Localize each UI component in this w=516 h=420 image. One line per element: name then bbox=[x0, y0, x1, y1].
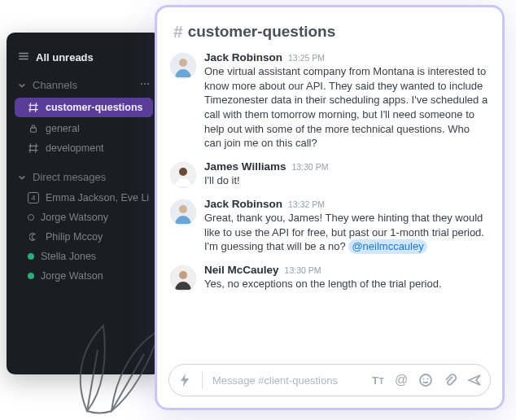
svg-rect-3 bbox=[31, 128, 37, 132]
svg-point-13 bbox=[423, 378, 425, 380]
dm-label: Philip Mccoy bbox=[46, 231, 103, 243]
sender-name: Jack Robinson bbox=[204, 51, 282, 63]
message: James Williams 13:30 PM I'll do it! bbox=[170, 160, 489, 188]
list-icon bbox=[18, 50, 29, 64]
sender-name: James Williams bbox=[204, 160, 286, 173]
emoji-icon[interactable] bbox=[418, 373, 433, 387]
shortcut-icon[interactable] bbox=[177, 373, 192, 387]
group-count-badge: 4 bbox=[28, 192, 39, 203]
chevron-down-icon bbox=[18, 173, 26, 182]
hash-icon bbox=[28, 142, 39, 154]
dm-label: Stella Jones bbox=[41, 251, 96, 262]
dm-item[interactable]: Jorge Watson bbox=[7, 266, 161, 286]
message-text: Yes, no exceptions on the length of the … bbox=[204, 277, 489, 291]
avatar bbox=[170, 162, 196, 188]
channel-item-general[interactable]: general bbox=[7, 119, 161, 138]
mention-icon[interactable]: @ bbox=[394, 373, 409, 387]
all-unreads-label: All unreads bbox=[36, 51, 94, 63]
send-icon[interactable] bbox=[467, 373, 482, 387]
avatar bbox=[170, 265, 196, 291]
all-unreads-link[interactable]: All unreads bbox=[7, 46, 161, 69]
presence-online-icon bbox=[28, 253, 34, 260]
timestamp: 13:30 PM bbox=[285, 265, 321, 275]
dm-item[interactable]: Philip Mccoy bbox=[7, 227, 161, 247]
message-text: I'll do it! bbox=[204, 173, 489, 188]
svg-point-12 bbox=[420, 374, 431, 386]
channels-section-header[interactable]: Channels bbox=[7, 74, 161, 96]
composer-input[interactable] bbox=[212, 374, 351, 387]
svg-point-2 bbox=[147, 83, 149, 85]
svg-point-1 bbox=[144, 83, 146, 85]
presence-online-icon bbox=[28, 273, 34, 279]
svg-point-11 bbox=[179, 271, 187, 279]
channel-item-development[interactable]: development bbox=[7, 138, 161, 158]
sender-name: Neil McCauley bbox=[204, 264, 279, 276]
svg-point-0 bbox=[141, 83, 142, 85]
message-composer[interactable]: TT @ bbox=[168, 364, 491, 396]
channels-more-icon[interactable] bbox=[140, 79, 150, 91]
channel-label: customer-questions bbox=[46, 102, 142, 113]
sender-name: Jack Robinson bbox=[204, 198, 282, 210]
svg-point-9 bbox=[179, 205, 187, 213]
message-text: One virtual assistant company from Monta… bbox=[204, 64, 489, 151]
avatar bbox=[170, 53, 196, 79]
lock-icon bbox=[28, 123, 39, 134]
dm-label: Direct mesages bbox=[33, 171, 106, 183]
channel-label: general bbox=[46, 123, 80, 134]
timestamp: 13:32 PM bbox=[288, 199, 325, 209]
hash-icon bbox=[28, 102, 39, 113]
dm-item[interactable]: Stella Jones bbox=[7, 247, 161, 266]
channels-label: Channels bbox=[33, 79, 77, 91]
timestamp: 13:30 PM bbox=[291, 162, 328, 172]
dm-item[interactable]: Jorge Watsony bbox=[7, 208, 161, 227]
dm-item[interactable]: 4 Emma Jackson, Eve Li bbox=[7, 188, 161, 208]
svg-point-14 bbox=[427, 378, 429, 380]
channel-card: # customer-questions Jack Robinson 13:25… bbox=[155, 5, 505, 410]
message: Neil McCauley 13:30 PM Yes, no exception… bbox=[170, 264, 489, 291]
message: Jack Robinson 13:32 PM Great, thank you,… bbox=[170, 198, 489, 254]
dm-label: Jorge Watsony bbox=[41, 212, 108, 223]
mention[interactable]: @neilmccauley bbox=[348, 239, 426, 254]
divider bbox=[202, 371, 203, 389]
channel-label: development bbox=[46, 142, 104, 154]
svg-point-5 bbox=[179, 59, 187, 67]
presence-away-icon bbox=[28, 214, 34, 221]
message: Jack Robinson 13:25 PM One virtual assis… bbox=[170, 51, 489, 151]
chevron-down-icon bbox=[18, 81, 26, 90]
message-list: Jack Robinson 13:25 PM One virtual assis… bbox=[157, 51, 502, 357]
timestamp: 13:25 PM bbox=[288, 53, 325, 63]
svg-point-7 bbox=[179, 168, 187, 176]
channel-header: # customer-questions bbox=[157, 7, 502, 51]
dm-label: Jorge Watson bbox=[41, 270, 103, 282]
avatar bbox=[170, 199, 196, 225]
attach-icon[interactable] bbox=[443, 373, 457, 387]
format-icon[interactable]: TT bbox=[372, 374, 384, 387]
moon-icon bbox=[28, 231, 39, 243]
channel-item-customer-questions[interactable]: customer-questions bbox=[15, 98, 153, 117]
channel-name: customer-questions bbox=[188, 23, 336, 41]
hash-icon: # bbox=[173, 22, 183, 42]
dm-section-header[interactable]: Direct mesages bbox=[7, 166, 161, 188]
message-text: Great, thank you, James! They were hinti… bbox=[204, 211, 489, 254]
dm-label: Emma Jackson, Eve Li bbox=[46, 192, 149, 203]
